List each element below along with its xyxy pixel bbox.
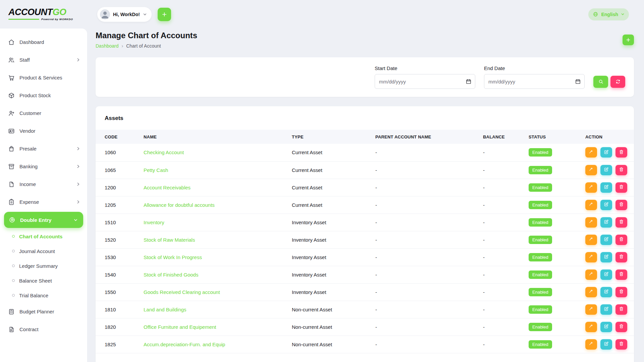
assets-card: Assets CODE NAME TYPE PARENT ACCOUNT NAM…: [96, 106, 634, 362]
account-name-link[interactable]: Inventory: [144, 220, 164, 225]
edit-button[interactable]: [600, 287, 612, 297]
cell-parent-account: -: [375, 318, 483, 336]
edit-button[interactable]: [600, 304, 612, 315]
sidebar-item-contract[interactable]: Contract: [0, 320, 87, 338]
sidebar-item-label: Customer: [19, 110, 80, 116]
transactions-button[interactable]: [585, 235, 597, 245]
edit-button[interactable]: [600, 165, 612, 175]
transactions-button[interactable]: [585, 217, 597, 228]
apply-filter-button[interactable]: [593, 76, 608, 88]
calendar-picker-icon[interactable]: [575, 78, 581, 84]
account-name-link[interactable]: Office Furniture and Equipement: [144, 324, 216, 330]
sidebar-subitem-chart-of-accounts[interactable]: Chart of Accounts: [0, 229, 87, 244]
edit-button[interactable]: [600, 269, 612, 280]
delete-button[interactable]: [615, 235, 627, 245]
account-name-link[interactable]: Allowance for doubtful accounts: [144, 202, 215, 208]
sidebar-item-presale[interactable]: Presale: [0, 140, 87, 158]
account-name-link[interactable]: Checking Account: [144, 149, 184, 155]
transactions-button[interactable]: [585, 287, 597, 297]
sidebar-item-banking[interactable]: Banking: [0, 158, 87, 175]
edit-button[interactable]: [600, 339, 612, 350]
sidebar-item-label: Double Entry: [20, 217, 73, 223]
edit-button[interactable]: [600, 217, 612, 228]
delete-button[interactable]: [615, 200, 627, 210]
delete-button[interactable]: [615, 269, 627, 280]
edit-button[interactable]: [600, 252, 612, 262]
sidebar-subitem-journal-account[interactable]: Journal Account: [0, 244, 87, 258]
account-name-link[interactable]: Stock of Work In Progress: [144, 254, 202, 260]
transactions-button[interactable]: [585, 322, 597, 332]
sidebar-item-dashboard[interactable]: Dashboard: [0, 33, 87, 51]
edit-button[interactable]: [600, 322, 612, 332]
trash-icon: [619, 254, 624, 260]
cart-icon: [8, 74, 15, 81]
sidebar-subitem-balance-sheet[interactable]: Balance Sheet: [0, 273, 87, 288]
sidebar-subitem-ledger-summary[interactable]: Ledger Summary: [0, 258, 87, 273]
delete-button[interactable]: [615, 322, 627, 332]
sidebar-item-budget-planner[interactable]: Budget Planner: [0, 303, 87, 320]
sidebar-item-product-stock[interactable]: Product Stock: [0, 86, 87, 104]
trash-icon: [619, 149, 624, 156]
account-name-link[interactable]: Accum.depreciation-Furn. and Equip: [144, 342, 225, 347]
transactions-button[interactable]: [585, 182, 597, 193]
transactions-button[interactable]: [585, 269, 597, 280]
edit-button[interactable]: [600, 235, 612, 245]
account-name-link[interactable]: Account Receivables: [144, 185, 191, 190]
delete-button[interactable]: [615, 339, 627, 350]
delete-button[interactable]: [615, 217, 627, 228]
create-account-button[interactable]: [623, 35, 634, 45]
cell-type: Non-current Asset: [292, 301, 375, 318]
delete-button[interactable]: [615, 165, 627, 175]
transactions-button[interactable]: [585, 304, 597, 315]
sidebar-item-income[interactable]: Income: [0, 175, 87, 193]
app-root: ACCOUNTGO Powered by WORKDO Dashboard St…: [0, 0, 644, 362]
table-row: 1550 Goods Received Clearing account Inv…: [96, 283, 634, 301]
start-date-input[interactable]: [375, 74, 475, 89]
cell-balance: -: [483, 248, 529, 266]
language-selector[interactable]: English: [588, 8, 629, 20]
reset-filter-button[interactable]: [610, 76, 625, 88]
sidebar-item-customer[interactable]: Customer: [0, 104, 87, 122]
trash-icon: [619, 341, 624, 347]
end-date-input[interactable]: [484, 74, 585, 89]
delete-button[interactable]: [615, 304, 627, 315]
account-name-link[interactable]: Goods Received Clearing account: [144, 289, 220, 295]
account-name-link[interactable]: Stock of Finished Goods: [144, 272, 198, 278]
delete-button[interactable]: [615, 287, 627, 297]
transactions-button[interactable]: [585, 165, 597, 175]
sidebar-item-double-entry[interactable]: Double Entry: [4, 212, 83, 228]
delete-button[interactable]: [615, 147, 627, 158]
trash-icon: [619, 306, 624, 312]
brand-logo[interactable]: ACCOUNTGO Powered by WORKDO: [0, 0, 87, 28]
route-arrow-icon: [589, 202, 594, 208]
quick-add-button[interactable]: [158, 8, 171, 21]
calendar-picker-icon[interactable]: [466, 78, 472, 84]
sidebar-item-product-services[interactable]: Product & Services: [0, 69, 87, 86]
transactions-button[interactable]: [585, 200, 597, 210]
assets-table-body: 1060 Checking Account Current Asset - - …: [96, 144, 634, 353]
edit-button[interactable]: [600, 200, 612, 210]
edit-button[interactable]: [600, 182, 612, 193]
cell-balance: -: [483, 301, 529, 318]
delete-button[interactable]: [615, 252, 627, 262]
transactions-button[interactable]: [585, 147, 597, 158]
sidebar-item-vendor[interactable]: Vendor: [0, 122, 87, 140]
breadcrumb: Dashboard › Chart of Account: [96, 43, 197, 49]
table-row: 1200 Account Receivables Current Asset -…: [96, 179, 634, 196]
edit-button[interactable]: [600, 147, 612, 158]
user-menu[interactable]: Hi, WorkDo!: [97, 7, 152, 22]
sidebar-item-staff[interactable]: Staff: [0, 51, 87, 69]
transactions-button[interactable]: [585, 252, 597, 262]
brand-logo-part2: GO: [53, 7, 66, 17]
sidebar-subitem-trial-balance[interactable]: Trial Balance: [0, 288, 87, 303]
cell-code: 1205: [96, 196, 144, 214]
transactions-button[interactable]: [585, 339, 597, 350]
breadcrumb-dashboard-link[interactable]: Dashboard: [96, 43, 119, 49]
account-name-link[interactable]: Petty Cash: [144, 167, 168, 173]
account-name-link[interactable]: Land and Buildings: [144, 307, 186, 312]
cell-type: Current Asset: [292, 144, 375, 161]
delete-button[interactable]: [615, 182, 627, 193]
account-name-link[interactable]: Stock of Raw Materials: [144, 237, 195, 243]
cell-code: 1530: [96, 248, 144, 266]
sidebar-item-expense[interactable]: Expense: [0, 193, 87, 211]
